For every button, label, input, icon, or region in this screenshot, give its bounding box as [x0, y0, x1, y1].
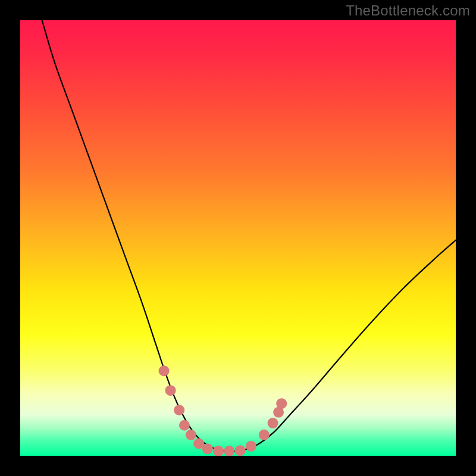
curve-marker [268, 418, 278, 428]
curve-marker [246, 441, 256, 452]
curve-marker [159, 365, 170, 376]
curve-marker [165, 385, 176, 396]
gradient-background [20, 20, 456, 456]
curve-marker [276, 398, 287, 409]
curve-marker [202, 443, 213, 454]
curve-marker [259, 430, 270, 440]
curve-marker [174, 405, 184, 415]
chart-frame: TheBottleneck.com [0, 0, 476, 476]
curve-marker [179, 420, 190, 431]
bottleneck-chart [20, 20, 456, 456]
curve-marker [186, 430, 196, 440]
curve-marker [235, 445, 246, 456]
watermark-text: TheBottleneck.com [346, 2, 470, 19]
